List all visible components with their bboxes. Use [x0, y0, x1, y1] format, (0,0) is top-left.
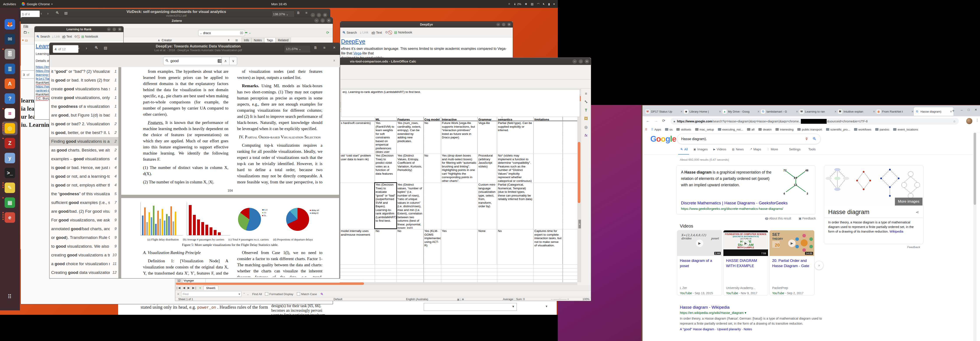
- close-button[interactable]: ✕: [975, 108, 977, 111]
- bookmark-executing-not---[interactable]: executing_not...: [718, 128, 743, 131]
- kp-wikipedia-link[interactable]: Wikipedia: [889, 230, 903, 233]
- video-card-3[interactable]: SETTHEORY20▶14:0520. Partial Order andHa…: [769, 230, 815, 295]
- gear-icon[interactable]: ⚙: [385, 30, 388, 34]
- dock-item-firefox[interactable]: 🦊: [2, 17, 18, 31]
- close-button[interactable]: ✕: [323, 13, 327, 17]
- close-button[interactable]: ✕: [585, 59, 589, 63]
- search-icon[interactable]: 🔍︎: [56, 11, 59, 15]
- wiki-result-sitelinks[interactable]: A "good" Hasse diagram · Upward planarit…: [680, 327, 833, 331]
- about-this-result[interactable]: ? About this result: [765, 217, 791, 220]
- browser-tab-4[interactable]: Glambdamart - G✕: [760, 107, 800, 116]
- wiki-result-url[interactable]: https://en.wikipedia.org/wiki/Hasse_diag…: [680, 311, 833, 315]
- snippet-link[interactable]: Discrete Mathematics | Hasse Diagrams - …: [681, 201, 788, 205]
- pdf-form-dropdown[interactable]: ▼: [424, 303, 517, 311]
- cell-K-row2[interactable]: No: [423, 154, 441, 182]
- download-icon[interactable]: 🗎︎: [314, 46, 317, 50]
- snippet-feedback[interactable]: ▣ Feedback: [799, 217, 816, 220]
- row-header-12[interactable]: 12: [176, 279, 183, 282]
- dock-item-zotero[interactable]: Z: [2, 136, 18, 150]
- tab-close-icon[interactable]: ✕: [719, 110, 721, 113]
- close-find-icon[interactable]: ✕: [177, 292, 179, 296]
- cell-J-row3[interactable]: Yes (Distinct values, “number of tuples”…: [396, 183, 423, 228]
- browser-tab-1[interactable]: MDP17 Status Up✕: [644, 107, 684, 116]
- cell-L-row2[interactable]: Yes (drop down boxes and multi-select bo…: [441, 154, 477, 182]
- video-title[interactable]: Hasse diagram of aposet: [680, 258, 719, 269]
- cell-L-row1[interactable]: Future Work (vega-lite supports interact…: [441, 121, 477, 153]
- zotero-tab-related[interactable]: Related: [275, 38, 291, 43]
- close-button[interactable]: ✕: [326, 18, 331, 23]
- maximize-button[interactable]: □: [579, 59, 583, 63]
- clear-search-icon[interactable]: ⌧: [240, 31, 243, 35]
- status-zoom[interactable]: 100%: [582, 298, 590, 301]
- sidebar-settings-icon[interactable]: ≡: [585, 92, 587, 96]
- find-result-item[interactable]: it “good” or “bad”? (2) Visualization r.…: [49, 67, 118, 76]
- navigator-icon[interactable]: ◎: [584, 125, 588, 129]
- selected-cell[interactable]: Yes (Decision Tree) to evaluate “good” o…: [375, 183, 396, 228]
- videos-next-chevron[interactable]: ›: [815, 261, 823, 270]
- minimize-button[interactable]: –: [310, 13, 315, 17]
- find-result-item[interactable]: examples – good visualizations, bad v...…: [49, 155, 118, 163]
- browser-tab-6[interactable]: MIntuitive explan✕: [837, 107, 877, 116]
- locate-arrow-icon[interactable]: ➡ ⌄: [245, 30, 251, 35]
- back-icon[interactable]: ←: [646, 119, 650, 123]
- gear-icon[interactable]: ⚙: [74, 35, 77, 38]
- page-indicator[interactable]: 4 of 12: [53, 45, 78, 53]
- find-result-item[interactable]: sufficient good examples (i.e., superv..…: [49, 198, 118, 207]
- app-menu[interactable]: Google Chrome ▾: [22, 2, 52, 6]
- minimize-button[interactable]: –: [107, 27, 111, 31]
- forward-icon[interactable]: →: [654, 119, 658, 123]
- cell-J-row1[interactable]: Yes (num_rows, cardinality, extent, entr…: [396, 121, 423, 153]
- properties-icon[interactable]: 🔧︎: [584, 100, 588, 104]
- forward-icon[interactable]: ›: [47, 11, 49, 16]
- dock-item-document-viewer[interactable]: e: [2, 211, 18, 224]
- link-button[interactable]: ⤓ Link: [52, 35, 60, 38]
- tab-close-icon[interactable]: ✕: [796, 110, 798, 113]
- status-selection-icons[interactable]: ▣ | ✱: [457, 298, 464, 301]
- add-sheet-button[interactable]: ＋: [199, 286, 202, 290]
- browser-menu-icon[interactable]: ⋮: [975, 118, 979, 122]
- shield-icon[interactable]: ❖: [525, 2, 527, 6]
- cell-K-row1[interactable]: No: [423, 121, 441, 153]
- maximize-button[interactable]: □: [113, 27, 116, 31]
- browser-tab-8[interactable]: GHasse diagram)✕: [914, 107, 953, 116]
- cell-H-row2[interactable]: oid “cold start” problem user data to le…: [340, 154, 375, 182]
- find-previous-icon[interactable]: ⌃: [243, 292, 245, 296]
- text-button[interactable]: a͟b Text: [371, 30, 382, 34]
- cell-I-row1[interactable]: Yes (RankSVM) to learn weights for soft …: [375, 121, 396, 153]
- zoom-control[interactable]: 121.07% ⌄: [284, 45, 310, 53]
- notebook-button[interactable]: ▤ Notebook: [81, 35, 98, 38]
- find-input[interactable]: Find ▾: [181, 291, 242, 297]
- wiki-result-title[interactable]: Hasse diagram - Wikipedia: [680, 305, 833, 310]
- apps-grid-icon[interactable]: ⠿: [645, 128, 647, 131]
- creator-column-header[interactable]: ∧ Creator: [158, 38, 172, 42]
- find-next-icon[interactable]: ⌄: [247, 292, 249, 296]
- horizontal-scrollbar-thumb[interactable]: [176, 282, 364, 285]
- google-tab-more[interactable]: ⋮More: [767, 148, 778, 151]
- add-icon[interactable]: ⊞: [235, 38, 238, 42]
- google-tab-maps[interactable]: 📍︎Maps: [749, 148, 761, 151]
- cell-L-row4[interactable]: Yes: [441, 229, 477, 264]
- find-result-item[interactable]: as good charts. Besides, we also ask r..…: [49, 146, 118, 155]
- text-button[interactable]: a͟b Text: [62, 35, 72, 38]
- video-card-1[interactable]: X={2,3,4,6,8,12}divides poset▶1:44Hasse …: [677, 230, 722, 295]
- activities-button[interactable]: Activities: [3, 2, 16, 6]
- find-result-item[interactable]: Finding good visualizations is a minin..…: [49, 137, 118, 146]
- collection-folder-icon[interactable]: ▾ 🗂: [22, 38, 28, 42]
- find-input[interactable]: 🔍︎ good ⌫: [163, 57, 225, 65]
- notes-icon[interactable]: ▤: [531, 2, 533, 6]
- sync-icon[interactable]: ⟳: [326, 30, 329, 35]
- video-title[interactable]: HASSE DIAGRAMWITH EXAMPLE: [726, 258, 765, 269]
- cell-M-row4[interactable]: None: [477, 229, 497, 264]
- search-button[interactable]: 🔍︎ Search: [36, 35, 50, 38]
- tab-close-icon[interactable]: ✕: [911, 110, 914, 113]
- find-result-item[interactable]: is good or bad. It solves (2) from two .…: [49, 76, 118, 85]
- play-icon[interactable]: ▶: [696, 239, 703, 247]
- cell-N-row4[interactable]: No: [497, 229, 533, 264]
- bookmark-scientific-pro---[interactable]: scientific_pro...: [826, 128, 850, 131]
- functions-icon[interactable]: fx: [584, 133, 587, 138]
- download-icon[interactable]: 🗎︎: [297, 11, 300, 15]
- avatar[interactable]: [966, 118, 972, 124]
- match-case-checkbox[interactable]: Match Case: [297, 292, 317, 296]
- cell-M-row1[interactable]: Vega-lite: [477, 121, 497, 153]
- find-result-item[interactable]: is good or bad? 2. Visualization Ranki..…: [49, 120, 118, 128]
